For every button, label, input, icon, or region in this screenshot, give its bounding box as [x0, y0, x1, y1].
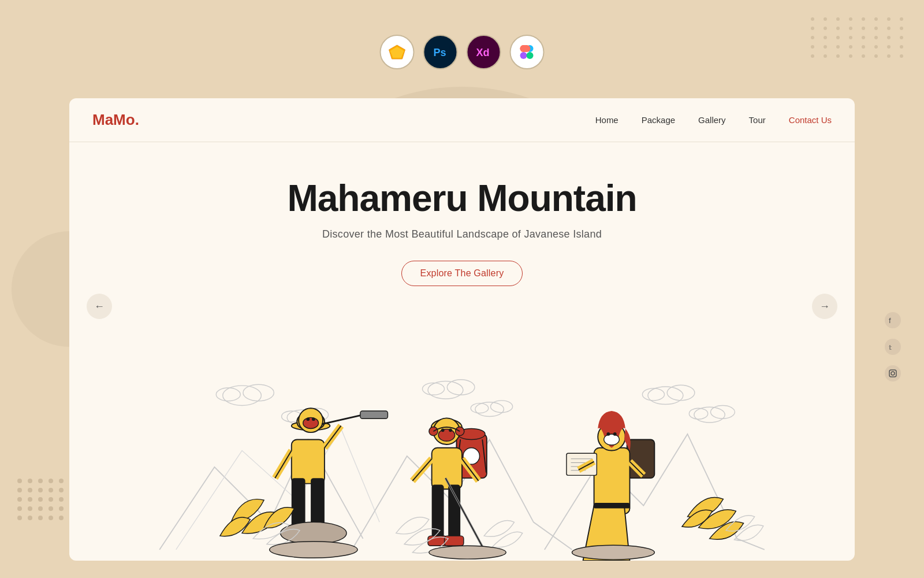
svg-point-23 — [667, 385, 695, 401]
illustration-area — [69, 329, 855, 561]
svg-point-57 — [441, 428, 445, 432]
svg-point-9 — [527, 52, 534, 59]
prev-arrow-button[interactable]: ← — [87, 294, 112, 319]
hero-section: Mahameru Mountain Discover the Most Beau… — [69, 142, 855, 286]
svg-point-11 — [243, 384, 274, 401]
svg-point-93 — [891, 372, 895, 375]
dots-decoration-right — [811, 17, 907, 58]
nav-package[interactable]: Package — [642, 115, 675, 125]
svg-point-18 — [422, 383, 444, 395]
svg-text:Xd: Xd — [476, 47, 490, 58]
svg-rect-59 — [432, 485, 444, 540]
svg-text:Ps: Ps — [434, 47, 446, 58]
svg-rect-28 — [292, 439, 325, 483]
svg-point-12 — [216, 388, 240, 401]
svg-point-73 — [604, 434, 620, 445]
nav-gallery[interactable]: Gallery — [698, 115, 726, 125]
svg-point-10 — [223, 386, 262, 405]
social-icons: f 𝕥 — [885, 312, 901, 381]
svg-rect-36 — [360, 411, 388, 418]
svg-point-20 — [491, 401, 513, 413]
svg-point-19 — [475, 402, 504, 417]
nav-home[interactable]: Home — [595, 115, 619, 125]
svg-point-26 — [710, 405, 735, 418]
svg-rect-62 — [445, 536, 464, 546]
svg-point-75 — [613, 432, 617, 436]
nav-tour[interactable]: Tour — [749, 115, 766, 125]
tool-icons-row: Ps Xd — [380, 35, 545, 69]
svg-point-33 — [306, 417, 310, 421]
instagram-icon[interactable] — [885, 365, 901, 381]
facebook-icon[interactable]: f — [885, 312, 901, 328]
svg-line-43 — [275, 451, 292, 479]
svg-line-45 — [325, 426, 341, 448]
explore-gallery-button[interactable]: Explore The Gallery — [401, 261, 523, 286]
svg-rect-71 — [594, 503, 630, 509]
main-card: MaMo. Home Package Gallery Tour Contact … — [69, 98, 855, 561]
svg-point-8 — [520, 52, 527, 59]
nav-links: Home Package Gallery Tour Contact Us — [595, 115, 832, 125]
nav-contact[interactable]: Contact Us — [789, 115, 832, 125]
svg-point-56 — [438, 429, 455, 441]
svg-point-24 — [642, 388, 664, 401]
svg-text:f: f — [889, 316, 891, 324]
svg-point-88 — [429, 546, 506, 559]
logo: MaMo. — [92, 111, 139, 129]
figma-icon[interactable] — [510, 35, 545, 69]
svg-text:𝕥: 𝕥 — [889, 344, 892, 351]
svg-point-89 — [572, 545, 654, 560]
dots-decoration-left — [17, 479, 65, 520]
svg-rect-38 — [311, 478, 325, 528]
hero-subtitle: Discover the Most Beautiful Landscape of… — [69, 228, 855, 240]
photoshop-icon[interactable]: Ps — [423, 35, 458, 69]
svg-point-87 — [270, 542, 357, 558]
svg-point-21 — [471, 403, 488, 413]
svg-point-74 — [606, 432, 610, 436]
svg-point-32 — [303, 417, 319, 428]
xd-icon[interactable]: Xd — [467, 35, 501, 69]
svg-point-58 — [449, 428, 452, 432]
svg-rect-92 — [889, 370, 896, 377]
navbar: MaMo. Home Package Gallery Tour Contact … — [69, 98, 855, 142]
svg-point-25 — [694, 407, 725, 423]
svg-point-17 — [447, 380, 475, 395]
sketch-icon[interactable] — [380, 35, 415, 69]
svg-point-16 — [428, 381, 463, 399]
next-arrow-button[interactable]: → — [812, 294, 837, 319]
hero-title: Mahameru Mountain — [69, 177, 855, 220]
svg-point-34 — [312, 417, 315, 421]
svg-point-41 — [281, 522, 346, 544]
svg-rect-37 — [292, 478, 305, 528]
svg-point-22 — [648, 387, 683, 404]
twitter-icon[interactable]: 𝕥 — [885, 339, 901, 355]
